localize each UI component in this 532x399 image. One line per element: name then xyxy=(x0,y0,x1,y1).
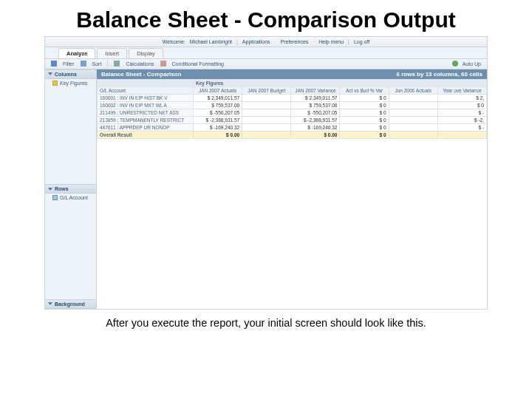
cell-value xyxy=(242,101,291,109)
nav-applications[interactable]: Applications xyxy=(242,39,270,44)
cell-value: $ 0 xyxy=(340,131,389,138)
cell-account: 211499 : UNRESTRICTED NET ASS xyxy=(98,109,194,116)
calc-icon xyxy=(114,61,120,66)
cell-value: $ -2,388,931.57 xyxy=(291,116,340,123)
col-glaccount[interactable] xyxy=(98,79,194,86)
cell-value xyxy=(242,131,291,138)
nav-preferences[interactable]: Preferences xyxy=(281,39,309,44)
report-title: Balance Sheet - Comparison xyxy=(101,71,181,78)
cell-value: $ 2,349,011.57 xyxy=(291,94,340,101)
report-header: Balance Sheet - Comparison 6 rows by 13 … xyxy=(97,69,487,79)
panel-background-label: Background xyxy=(55,301,85,307)
cell-value xyxy=(437,131,486,138)
cell-value: $ 0 xyxy=(340,94,389,101)
chevron-down-icon xyxy=(48,302,52,305)
cell-value: $ -169,240.32 xyxy=(194,123,242,131)
table-row[interactable]: 160002 : INV IN EIP MKT WL A$ 759,537.00… xyxy=(98,101,487,109)
tab-display[interactable]: Display xyxy=(129,48,163,58)
cell-value: $ -550,207.05 xyxy=(291,109,340,116)
calculations-button[interactable]: Calculations xyxy=(126,61,154,66)
tab-insert[interactable]: Insert xyxy=(97,48,127,58)
cell-value: $ 0 xyxy=(340,101,389,109)
sidebar-item-label: Key Figures xyxy=(60,81,87,86)
cell-value: $ -2,388,931.57 xyxy=(194,116,242,123)
cell-value: $ 2, xyxy=(437,94,486,101)
cell-account: 160002 : INV IN EIP MKT WL A xyxy=(98,101,194,109)
panel-rows-label: Rows xyxy=(55,186,69,191)
layout-sidebar: Columns Key Figures Rows G/L Acco xyxy=(45,69,97,309)
cell-value: $ - xyxy=(437,123,486,131)
cell-value xyxy=(389,131,437,138)
conditional-formatting-button[interactable]: Conditional Formatting xyxy=(172,61,224,66)
cell-overall-label: Overall Result xyxy=(98,131,194,138)
panel-columns[interactable]: Columns xyxy=(45,69,96,79)
cell-account: 160001 : INV IN EIP HIST BK V xyxy=(98,94,194,101)
cell-value: $ 0 xyxy=(437,101,486,109)
cell-value xyxy=(389,101,437,109)
slide-caption: After you execute the report, your initi… xyxy=(0,310,532,329)
panel-rows[interactable]: Rows xyxy=(45,184,96,194)
report-main: Balance Sheet - Comparison 6 rows by 13 … xyxy=(97,69,487,309)
cell-value: $ -2, xyxy=(437,116,486,123)
cell-value xyxy=(389,109,437,116)
col-keyfigures: Key Figures xyxy=(194,79,487,86)
topbar: Welcome: Michael Lambright | Application… xyxy=(45,37,487,47)
filter-button[interactable]: Filter xyxy=(63,61,75,66)
col-h0[interactable]: JAN 2007 Actuals xyxy=(194,86,242,94)
table-row[interactable]: 213059 : TEMPMANENTLY RESTRICT$ -2,388,9… xyxy=(98,116,487,123)
cell-value: $ 0 xyxy=(340,116,389,123)
cell-value: $ 0 xyxy=(340,109,389,116)
sidebar-item-keyfigures[interactable]: Key Figures xyxy=(52,81,93,86)
sort-button[interactable]: Sort xyxy=(92,61,102,66)
cond-icon xyxy=(160,61,166,66)
slide-title: Balance Sheet - Comparison Output xyxy=(0,0,532,36)
table-row-overall[interactable]: Overall Result$ 0.00$ 0.00$ 0 xyxy=(98,131,487,138)
cell-value: $ -550,207.05 xyxy=(194,109,242,116)
col-h1[interactable]: JAN 2007 Budget xyxy=(242,86,291,94)
cell-value: $ 0.00 xyxy=(194,131,242,138)
table-row[interactable]: 211499 : UNRESTRICTED NET ASS$ -550,207.… xyxy=(98,109,487,116)
sidebar-item-label: G/L Account xyxy=(60,195,88,200)
nav-help[interactable]: Help menu xyxy=(318,39,344,44)
col-h2[interactable]: JAN 2007 Variance xyxy=(291,86,340,94)
cell-value xyxy=(389,123,437,131)
tab-analyze[interactable]: Analyze xyxy=(58,48,95,58)
cell-value xyxy=(389,94,437,101)
welcome-user: Michael Lambright xyxy=(190,39,232,44)
chevron-down-icon xyxy=(48,72,52,75)
cell-value: $ 0 xyxy=(340,123,389,131)
cell-value: $ 759,537.00 xyxy=(291,101,340,109)
auto-update-label: Auto Up xyxy=(463,61,481,66)
panel-columns-label: Columns xyxy=(55,72,77,77)
cell-account: 447011 : APPRDEP UR NONOP xyxy=(98,123,194,131)
cell-value: $ 0.00 xyxy=(291,131,340,138)
report-grid: Key Figures G/L Account JAN 2007 Actuals… xyxy=(97,79,487,139)
cell-value xyxy=(242,116,291,123)
report-status: 6 rows by 13 columns, 60 cells xyxy=(397,71,483,78)
welcome-label: Welcome: xyxy=(163,39,185,44)
tabbar: Analyze Insert Display xyxy=(45,47,487,59)
col-h3[interactable]: Act vs Bud % Var xyxy=(340,86,389,94)
table-row[interactable]: 447011 : APPRDEP UR NONOP$ -169,240.32$ … xyxy=(98,123,487,131)
nav-logoff[interactable]: Log off xyxy=(354,39,369,44)
panel-background[interactable]: Background xyxy=(45,299,96,309)
cell-value xyxy=(389,116,437,123)
cell-value xyxy=(242,123,291,131)
cell-value xyxy=(242,94,291,101)
sidebar-item-glaccount[interactable]: G/L Account xyxy=(52,195,93,200)
refresh-icon[interactable] xyxy=(452,61,458,66)
glaccount-icon xyxy=(52,195,58,200)
cell-value: $ -169,240.32 xyxy=(291,123,340,131)
col-h5[interactable]: Year ove Variance xyxy=(437,86,486,94)
cell-value: $ 759,537.00 xyxy=(194,101,242,109)
cell-account: 213059 : TEMPMANENTLY RESTRICT xyxy=(98,116,194,123)
filter-icon xyxy=(51,61,57,66)
sort-icon xyxy=(81,61,86,66)
cell-value: $ 2,349,011.57 xyxy=(194,94,242,101)
chevron-down-icon xyxy=(48,188,52,191)
table-row[interactable]: 160001 : INV IN EIP HIST BK V$ 2,349,011… xyxy=(98,94,487,101)
col-h4[interactable]: Jun 2006 Actuals xyxy=(389,86,437,94)
col-glaccount-label[interactable]: G/L Account xyxy=(98,86,194,94)
cell-value: $ - xyxy=(437,109,486,116)
keyfigures-icon xyxy=(52,81,58,86)
